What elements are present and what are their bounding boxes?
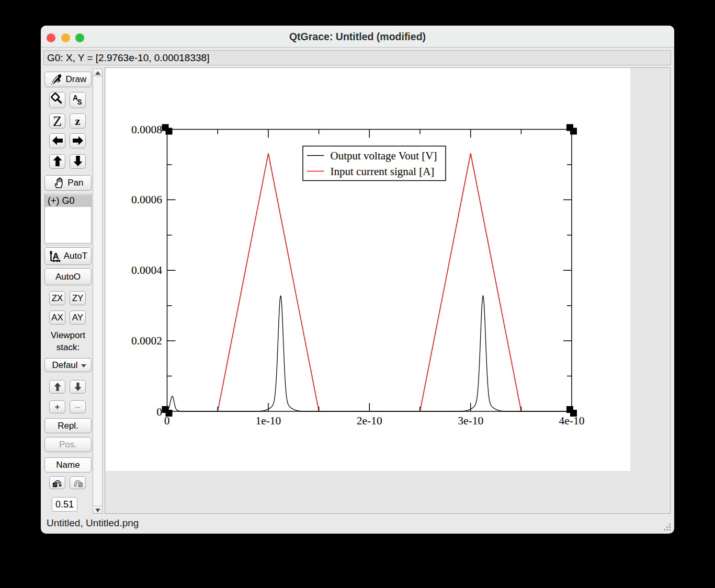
svg-text:2e-10: 2e-10	[357, 414, 382, 427]
svg-text:3e-10: 3e-10	[458, 414, 483, 427]
svg-text:Output voltage Vout [V]: Output voltage Vout [V]	[331, 149, 437, 162]
svg-text:0.0004: 0.0004	[131, 264, 162, 276]
svg-text:4e-10: 4e-10	[559, 414, 585, 427]
svg-text:Input current signal [A]: Input current signal [A]	[331, 165, 435, 178]
svg-text:A: A	[52, 251, 59, 261]
svg-text:0.0002: 0.0002	[131, 335, 162, 347]
svg-text:0.0008: 0.0008	[131, 123, 162, 136]
svg-text:0.0006: 0.0006	[131, 193, 162, 206]
svg-text:1e-10: 1e-10	[255, 414, 281, 427]
svg-text:0: 0	[164, 414, 170, 427]
svg-text:S: S	[77, 98, 82, 107]
svg-text:0: 0	[156, 406, 162, 418]
